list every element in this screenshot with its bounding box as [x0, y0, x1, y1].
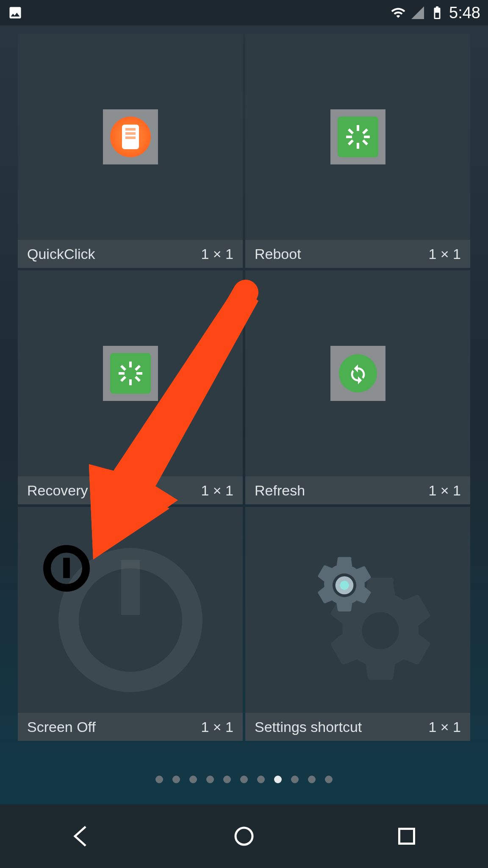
widget-size: 1 × 1 [428, 719, 461, 735]
svg-rect-3 [364, 136, 370, 138]
recent-apps-button[interactable] [391, 821, 422, 852]
signal-icon [410, 5, 425, 20]
page-dot[interactable] [223, 776, 231, 783]
svg-rect-10 [119, 372, 125, 375]
widget-label: Screen Off [27, 719, 96, 735]
widget-reboot[interactable]: Reboot 1 × 1 [245, 34, 470, 268]
page-dot[interactable] [325, 776, 333, 783]
widget-grid: QuickClick 1 × 1 [18, 34, 470, 741]
widget-label: Recovery [27, 482, 88, 499]
svg-rect-14 [120, 376, 126, 382]
page-dot[interactable] [172, 776, 180, 783]
page-dot[interactable] [274, 776, 282, 783]
svg-rect-5 [362, 139, 368, 145]
widget-size: 1 × 1 [428, 482, 461, 499]
svg-rect-0 [357, 125, 359, 131]
widget-preview [245, 507, 470, 713]
widget-size: 1 × 1 [201, 719, 233, 735]
wifi-icon [391, 5, 406, 20]
widget-size: 1 × 1 [201, 482, 233, 499]
page-dot[interactable] [189, 776, 197, 783]
page-dot[interactable] [308, 776, 316, 783]
widget-size: 1 × 1 [201, 246, 233, 262]
svg-rect-8 [129, 362, 132, 367]
status-bar: 5:48 [0, 0, 488, 25]
recovery-icon [110, 353, 151, 394]
widget-refresh[interactable]: Refresh 1 × 1 [245, 270, 470, 504]
svg-rect-1 [357, 143, 359, 149]
svg-rect-9 [129, 379, 132, 385]
widget-label: Settings shortcut [255, 719, 362, 735]
widget-quickclick[interactable]: QuickClick 1 × 1 [18, 34, 243, 268]
reboot-icon [338, 117, 378, 157]
widget-size: 1 × 1 [428, 246, 461, 262]
svg-rect-12 [120, 365, 126, 371]
widget-settings-shortcut[interactable]: Settings shortcut 1 × 1 [245, 507, 470, 741]
power-icon [43, 545, 90, 592]
svg-rect-24 [399, 829, 414, 844]
widget-preview [245, 270, 470, 476]
svg-rect-13 [134, 376, 140, 382]
refresh-icon [339, 354, 377, 392]
widget-preview [18, 507, 243, 713]
svg-rect-2 [346, 136, 352, 138]
widget-label: Refresh [255, 482, 305, 499]
widget-screen-off[interactable]: Screen Off 1 × 1 [18, 507, 243, 741]
image-icon [8, 5, 23, 20]
page-dot[interactable] [206, 776, 214, 783]
page-indicator[interactable] [0, 776, 488, 783]
widget-label: Reboot [255, 246, 301, 262]
battery-icon [430, 5, 445, 20]
status-time: 5:48 [449, 4, 480, 22]
svg-rect-4 [347, 128, 353, 134]
svg-rect-6 [347, 139, 353, 145]
back-button[interactable] [66, 821, 97, 852]
page-dot[interactable] [155, 776, 163, 783]
home-button[interactable] [228, 821, 260, 852]
quickclick-icon [110, 117, 151, 157]
navigation-bar [0, 804, 488, 868]
svg-rect-11 [136, 372, 142, 375]
page-dot[interactable] [291, 776, 299, 783]
widget-preview [18, 270, 243, 476]
page-dot[interactable] [257, 776, 265, 783]
svg-point-23 [236, 828, 252, 845]
svg-point-18 [340, 581, 349, 590]
page-dot[interactable] [240, 776, 248, 783]
widget-label: QuickClick [27, 246, 95, 262]
widget-recovery[interactable]: Recovery 1 × 1 [18, 270, 243, 504]
widget-preview [18, 34, 243, 240]
svg-rect-7 [362, 128, 368, 134]
widget-preview [245, 34, 470, 240]
svg-rect-15 [134, 365, 140, 371]
gear-icon [311, 551, 378, 619]
